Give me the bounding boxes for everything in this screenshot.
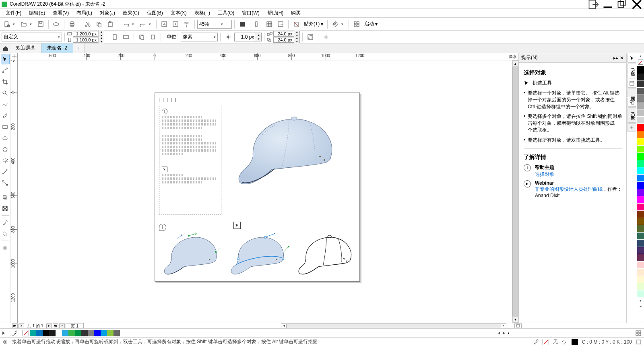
palette-swatch[interactable] xyxy=(637,189,644,196)
palette-scroll-down[interactable]: ▾ xyxy=(637,298,644,303)
palette-swatch[interactable] xyxy=(637,211,644,218)
scroll-thumb[interactable] xyxy=(512,67,518,316)
orientation-portrait[interactable] xyxy=(109,32,120,42)
fullscreen-preview-button[interactable] xyxy=(237,19,248,29)
ruler-origin[interactable] xyxy=(10,53,18,60)
palette-swatch[interactable] xyxy=(88,330,94,336)
palette-swatch[interactable] xyxy=(637,218,644,225)
dropdown-arrow[interactable]: ▾ xyxy=(341,22,346,26)
tab-add[interactable]: + xyxy=(73,43,85,53)
tab-welcome[interactable]: 欢迎屏幕 xyxy=(10,43,41,53)
scroll-right[interactable]: ▸ xyxy=(501,323,506,328)
menu-text[interactable]: 文本(X) xyxy=(167,9,190,17)
nav-add-page[interactable]: + xyxy=(59,323,65,328)
maximize-button[interactable] xyxy=(617,1,628,8)
units-combo[interactable]: 像素▾ xyxy=(181,33,218,41)
import-button[interactable] xyxy=(159,19,169,29)
menu-effects[interactable]: 效果(C) xyxy=(120,9,142,17)
scroll-left[interactable]: ◂ xyxy=(281,323,287,328)
navigator-button[interactable] xyxy=(514,323,522,328)
scroll-down[interactable]: ▾ xyxy=(512,316,518,323)
drawing-viewport[interactable] xyxy=(18,60,512,323)
scroll-up[interactable]: ▴ xyxy=(512,60,518,67)
transparency-tool[interactable] xyxy=(1,203,10,214)
palette-swatch[interactable] xyxy=(637,182,644,189)
palette-swatch[interactable] xyxy=(637,160,644,167)
menu-buy[interactable]: 购买 xyxy=(288,9,304,17)
nav-next[interactable]: ▸ xyxy=(46,323,52,328)
help-topic-link[interactable]: 选择对象 xyxy=(535,171,554,178)
menu-window[interactable]: 窗口(W) xyxy=(239,9,262,17)
page-1-tab[interactable]: 页 1 xyxy=(66,323,83,328)
menu-help[interactable]: 帮助(H) xyxy=(264,9,287,17)
toolbox-options[interactable] xyxy=(1,243,10,253)
orientation-landscape[interactable] xyxy=(121,32,131,42)
palette-swatch[interactable] xyxy=(81,330,88,336)
palette-right[interactable] xyxy=(503,332,505,335)
palette-swatch[interactable] xyxy=(637,240,644,247)
palette-left[interactable] xyxy=(498,332,500,335)
show-grid-button[interactable] xyxy=(264,19,275,29)
palette-swatch[interactable] xyxy=(637,247,644,254)
drop-shadow-tool[interactable] xyxy=(1,192,10,202)
nudge-input[interactable]: 1.0 px▴▾ xyxy=(234,33,262,41)
parallel-dimension-tool[interactable] xyxy=(1,167,10,177)
menu-file[interactable]: 文件(F) xyxy=(2,9,25,17)
ellipse-tool[interactable] xyxy=(1,133,10,143)
dropdown-arrow[interactable]: ▾ xyxy=(13,22,18,26)
status-outline-color[interactable] xyxy=(572,339,578,345)
launcher-icon[interactable] xyxy=(351,19,362,29)
palette-swatch[interactable] xyxy=(56,330,62,336)
crop-tool[interactable] xyxy=(1,76,10,87)
cloud-button[interactable] xyxy=(51,19,62,29)
menu-tools[interactable]: 工具(O) xyxy=(215,9,237,17)
dropdown-arrow[interactable]: ▾ xyxy=(132,22,137,26)
webinar-link[interactable]: 非专业的图形设计人员处理曲线 xyxy=(535,186,603,192)
rectangle-tool[interactable] xyxy=(1,122,10,132)
color-options-icon[interactable] xyxy=(636,339,642,345)
zoom-tool[interactable] xyxy=(1,88,10,98)
palette-no-color[interactable] xyxy=(23,330,29,336)
duplicate-y-input[interactable]: 24.0 px▴▾ xyxy=(273,37,300,43)
palette-swatch[interactable] xyxy=(637,117,644,124)
palette-swatch[interactable] xyxy=(637,102,644,109)
palette-swatch[interactable] xyxy=(637,269,644,276)
palette-swatch[interactable] xyxy=(637,283,644,290)
palette-swatch[interactable] xyxy=(637,276,644,283)
palette-swatch[interactable] xyxy=(30,330,36,336)
palette-swatch[interactable] xyxy=(43,330,49,336)
paste-button[interactable] xyxy=(105,19,116,29)
palette-swatch[interactable] xyxy=(637,80,644,88)
save-button[interactable] xyxy=(35,19,46,29)
docker-tab-objects[interactable]: 对象(O) xyxy=(627,107,636,123)
tab-document[interactable]: 未命名 -2 xyxy=(41,43,73,53)
palette-swatch[interactable] xyxy=(637,109,644,117)
sign-in-icon[interactable] xyxy=(588,1,599,8)
menu-object[interactable]: 对象(J) xyxy=(97,9,118,17)
polygon-tool[interactable] xyxy=(1,144,10,154)
menu-edit[interactable]: 编辑(E) xyxy=(26,9,48,17)
undo-button[interactable] xyxy=(121,19,131,29)
vertical-scrollbar[interactable]: ▴ ▾ xyxy=(512,60,518,323)
close-button[interactable] xyxy=(631,1,642,8)
apply-current-page[interactable] xyxy=(148,32,158,42)
gear-icon[interactable] xyxy=(2,339,8,345)
snap-off-button[interactable] xyxy=(291,19,301,29)
apply-all-pages[interactable] xyxy=(136,32,147,42)
palette-swatch[interactable] xyxy=(637,233,644,240)
palette-swatch[interactable] xyxy=(49,330,56,336)
palette-swatch[interactable] xyxy=(101,330,107,336)
menu-layout[interactable]: 布局(L) xyxy=(73,9,95,17)
minimize-button[interactable] xyxy=(602,1,613,8)
dropdown-arrow[interactable]: ▾ xyxy=(30,22,35,26)
eyedropper-icon[interactable] xyxy=(11,330,18,336)
palette-swatch[interactable] xyxy=(637,290,644,298)
palette-no-color[interactable] xyxy=(637,59,644,66)
connector-tool[interactable] xyxy=(1,178,10,188)
launch-dropdown[interactable]: 启动▾ xyxy=(363,21,379,27)
dropdown-arrow[interactable]: ▾ xyxy=(149,22,154,26)
artistic-media-tool[interactable] xyxy=(1,110,10,121)
palette-swatch[interactable] xyxy=(637,73,644,80)
palette-swatch[interactable] xyxy=(637,196,644,204)
page-preset-combo[interactable]: 自定义▾ xyxy=(2,33,62,41)
